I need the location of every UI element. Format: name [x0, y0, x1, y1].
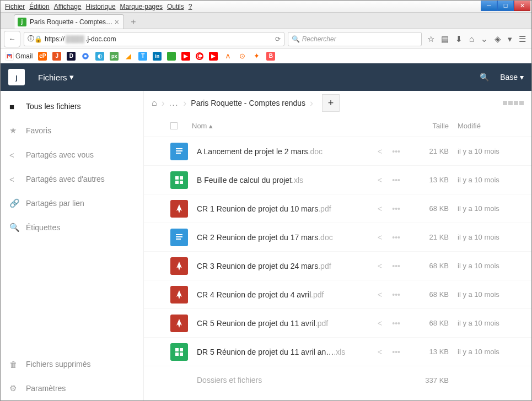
file-extension: .xls — [292, 176, 303, 185]
sidebar-item-label: Paramètres — [26, 384, 66, 393]
extension-icon[interactable]: ◈ — [495, 34, 501, 44]
file-row[interactable]: B Feuille de calcul du projet.xls<•••13 … — [144, 166, 531, 194]
maximize-button[interactable]: □ — [497, 0, 514, 11]
more-icon[interactable]: ••• — [392, 319, 400, 328]
search-icon: 🔍 — [292, 35, 300, 43]
sidebar-item-partag-s-par-lien[interactable]: 🔗Partagés par lien — [1, 191, 143, 215]
share-icon[interactable]: < — [378, 204, 382, 213]
bookmark-icon[interactable]: ◐ — [95, 52, 104, 61]
minimize-button[interactable]: ─ — [481, 0, 497, 11]
pocket-icon[interactable]: ⌄ — [481, 34, 488, 44]
app-logo-icon[interactable]: j — [8, 69, 25, 85]
tab-title: Paris Roquette - Comptes r… — [30, 18, 114, 26]
breadcrumb-overflow[interactable]: ... — [169, 99, 179, 107]
browser-tab[interactable]: j Paris Roquette - Comptes r… × — [14, 14, 124, 29]
file-name: A Lancement de projet le 2 mars.doc — [197, 147, 378, 156]
menu-item[interactable]: Affichage — [52, 2, 84, 12]
bookmark-icon[interactable]: J — [52, 52, 61, 61]
new-tab-button[interactable]: + — [126, 15, 141, 29]
bookmark-icon[interactable]: T — [138, 52, 147, 61]
bookmark-icon[interactable]: ✦ — [252, 52, 261, 61]
more-icon[interactable]: ••• — [392, 262, 400, 270]
sidebar-item-favoris[interactable]: ★Favoris — [1, 118, 143, 143]
file-row[interactable]: A Lancement de projet le 2 mars.doc<•••2… — [144, 137, 531, 166]
sidebar-item--tiquettes[interactable]: 🔍Étiquettes — [1, 215, 143, 240]
sidebar-item-partag-s-avec-d-autres[interactable]: <Partagés avec d'autres — [1, 167, 143, 191]
close-tab-icon[interactable]: × — [114, 18, 120, 26]
address-bar[interactable]: ⓘ 🔒 https:// ████ .j-doc.com ⟳ — [24, 32, 284, 46]
col-modified-header[interactable]: Modifié — [458, 122, 524, 130]
home-icon[interactable]: ⌂ — [152, 98, 157, 108]
file-row[interactable]: CR 5 Reunion de projet du 11 avril.pdf<•… — [144, 309, 531, 338]
bookmark-icon[interactable]: B — [266, 52, 275, 61]
more-icon[interactable]: ••• — [392, 147, 400, 156]
bookmark-gmail[interactable]: Gmail — [5, 52, 33, 61]
share-icon: < — [9, 150, 18, 160]
sidebar-item-partag-s-avec-vous[interactable]: <Partagés avec vous — [1, 143, 143, 167]
file-row[interactable]: DR 5 Réunion de projet du 11 avril an….x… — [144, 338, 531, 366]
bookmark-icon[interactable]: D — [67, 52, 76, 61]
sidebar-item-fichiers-supprim-s[interactable]: 🗑Fichiers supprimés — [1, 352, 143, 376]
download-icon[interactable]: ⬇ — [455, 34, 463, 44]
reload-icon[interactable]: ⟳ — [275, 35, 281, 43]
share-icon[interactable]: < — [378, 233, 382, 242]
file-row[interactable]: CR 2 Reunion de projet du 17 mars.doc<••… — [144, 223, 531, 252]
bookmark-icon[interactable]: ⊙ — [238, 52, 246, 61]
grid-view-toggle[interactable] — [503, 101, 524, 105]
bookmark-icon[interactable]: ▶ — [181, 52, 190, 61]
search-bar[interactable]: 🔍 Rechercher — [288, 32, 422, 46]
sidebar-item-param-tres[interactable]: ⚙Paramètres — [1, 376, 143, 400]
share-icon[interactable]: < — [378, 290, 382, 299]
bookmark-icon[interactable]: in — [153, 52, 162, 61]
select-all-checkbox[interactable] — [170, 122, 178, 129]
bookmark-icon[interactable]: px — [110, 52, 119, 61]
file-modified: il y a 10 mois — [458, 176, 524, 184]
bookmark-icon[interactable]: ▶ — [209, 52, 218, 61]
bookmark-star-icon[interactable]: ☆ — [427, 34, 434, 44]
menu-item[interactable]: Fichier — [3, 2, 27, 12]
menu-item[interactable]: Outils — [165, 2, 186, 12]
file-row[interactable]: CR 4 Reunion de projet du 4 avril.pdf<••… — [144, 280, 531, 309]
chevron-down-icon[interactable]: ▾ — [508, 34, 512, 44]
sidebar-item-label: Tous les fichiers — [26, 102, 81, 111]
menu-item[interactable]: Historique — [84, 2, 118, 12]
close-button[interactable]: ✕ — [514, 0, 530, 11]
bookmark-icon[interactable]: C — [196, 52, 203, 60]
share-icon[interactable]: < — [378, 147, 382, 156]
bookmark-icon[interactable]: cP — [38, 52, 47, 61]
file-row[interactable]: CR 3 Reunion de projet du 24 mars.pdf<••… — [144, 252, 531, 280]
bookmark-icon[interactable] — [81, 52, 90, 61]
sidebar-item-tous-les-fichiers[interactable]: ■Tous les fichiers — [1, 94, 143, 118]
pdf-file-icon — [170, 257, 188, 275]
menu-icon[interactable]: ☰ — [519, 34, 526, 44]
more-icon[interactable]: ••• — [392, 204, 400, 213]
file-row[interactable]: CR 1 Reunion de projet du 10 mars.pdf<••… — [144, 194, 531, 223]
back-button[interactable]: ← — [4, 31, 20, 47]
more-icon[interactable]: ••• — [392, 233, 400, 242]
add-button[interactable]: + — [322, 94, 340, 112]
svg-rect-11 — [176, 239, 181, 240]
search-icon[interactable]: 🔍 — [480, 73, 489, 82]
more-icon[interactable]: ••• — [392, 290, 400, 299]
more-icon[interactable]: ••• — [392, 176, 400, 185]
app-nav-files[interactable]: Fichiers ▾ — [38, 72, 74, 82]
svg-point-1 — [84, 55, 87, 57]
app-right-menu[interactable]: Base ▾ — [500, 73, 524, 82]
more-icon[interactable]: ••• — [392, 348, 400, 356]
menu-item[interactable]: Marque-pages — [118, 2, 165, 12]
bookmark-icon[interactable] — [167, 52, 176, 61]
share-icon[interactable]: < — [378, 348, 382, 356]
col-name-header[interactable]: Nom ▴ — [192, 122, 399, 130]
share-icon[interactable]: < — [378, 319, 382, 328]
menu-item[interactable]: ? — [186, 2, 195, 12]
share-icon[interactable]: < — [378, 262, 382, 270]
bookmark-icon[interactable]: ◢ — [124, 52, 133, 61]
reader-icon[interactable]: ▤ — [441, 34, 449, 44]
home-icon[interactable]: ⌂ — [469, 34, 474, 44]
col-size-header[interactable]: Taille — [399, 122, 449, 130]
svg-rect-12 — [175, 348, 179, 351]
menu-item[interactable]: Édition — [27, 2, 52, 12]
share-icon[interactable]: < — [378, 176, 382, 185]
bookmark-icon[interactable]: A — [223, 52, 232, 61]
breadcrumb-current[interactable]: Paris Roquette - Comptes rendus — [191, 99, 305, 107]
